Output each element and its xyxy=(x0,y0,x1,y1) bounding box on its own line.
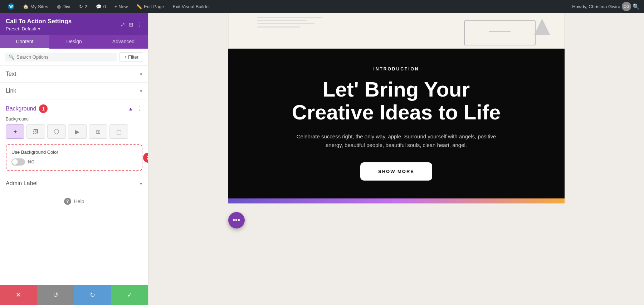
cta-show-more-button[interactable]: SHOW MORE xyxy=(360,162,432,181)
updates-count: 2 xyxy=(85,4,87,9)
admin-bar: W 🏠 My Sites ◎ Divi ↻ 2 💬 0 + New ✏️ Edi… xyxy=(0,0,644,13)
new-item[interactable]: + New xyxy=(111,0,131,13)
bg-type-gradient[interactable]: ⬡ xyxy=(47,124,66,139)
panel-header-icons: ⤢ ⊞ ⋮ xyxy=(121,21,142,28)
help-label: Help xyxy=(74,198,84,204)
panel-tabs: Content Design Advanced xyxy=(0,35,148,49)
search-icon: 🔍 xyxy=(9,54,14,60)
left-panel: Call To Action Settings Preset: Default … xyxy=(0,13,148,305)
bg-type-video[interactable]: ▶ xyxy=(68,124,87,139)
divi-icon: ◎ xyxy=(57,4,61,9)
tab-advanced[interactable]: Advanced xyxy=(99,35,148,49)
background-type-tabs: ✦ 🖼 ⬡ ▶ ⊞ ◫ xyxy=(0,124,148,143)
link-chevron-icon: ▾ xyxy=(140,88,142,94)
text-section-title: Text xyxy=(6,71,16,77)
bg-type-color[interactable]: ✦ xyxy=(6,124,24,139)
help-section[interactable]: ? Help xyxy=(0,192,148,211)
background-more-icon[interactable]: ⋮ xyxy=(137,105,142,112)
text-section-header[interactable]: Text ▾ xyxy=(0,66,148,82)
comments-icon: 💬 xyxy=(96,4,102,9)
my-sites-label: My Sites xyxy=(30,4,48,9)
link-section-header[interactable]: Link ▾ xyxy=(0,83,148,99)
undo-button[interactable]: ↺ xyxy=(37,285,74,305)
canvas-wrapper: INTRODUCTION Let' Bring Your Creative Id… xyxy=(228,13,565,228)
comments-item[interactable]: 💬 0 xyxy=(92,0,109,13)
illustration-lines xyxy=(257,17,322,28)
exit-vb-item[interactable]: Exit Visual Builder xyxy=(169,0,214,13)
admin-bar-right: Howdy, Christina Gwira CG 🔍 xyxy=(572,2,640,11)
background-right-icons: ▲ ⋮ xyxy=(128,105,142,112)
use-bg-color-wrapper: Use Background Color NO 2 xyxy=(0,144,148,171)
ill-line-2 xyxy=(257,20,307,21)
background-collapse-icon[interactable]: ▲ xyxy=(128,106,133,112)
right-canvas: INTRODUCTION Let' Bring Your Creative Id… xyxy=(148,13,644,305)
cta-subtext: Celebrate success right, the only way, a… xyxy=(293,132,500,149)
panel-title-row: Call To Action Settings xyxy=(6,18,72,25)
fab-button[interactable]: ••• xyxy=(228,212,245,228)
my-sites-item[interactable]: 🏠 My Sites xyxy=(19,0,52,13)
background-section: Background 1 ▲ ⋮ Background ✦ 🖼 xyxy=(0,99,148,175)
cta-section: INTRODUCTION Let' Bring Your Creative Id… xyxy=(228,49,565,198)
text-section: Text ▾ xyxy=(0,66,148,83)
ill-line-3 xyxy=(257,23,314,24)
comments-count: 0 xyxy=(103,4,106,9)
howdy-text: Howdy, Christina Gwira xyxy=(572,4,620,9)
updates-item[interactable]: ↻ 2 xyxy=(75,0,91,13)
use-background-color-section: Use Background Color NO xyxy=(6,144,142,171)
divi-label: Divi xyxy=(63,4,70,9)
ill-line-1 xyxy=(257,17,322,18)
gradient-bar xyxy=(228,198,565,203)
search-options-input[interactable] xyxy=(16,54,113,60)
background-label: Background xyxy=(0,117,148,122)
filter-button[interactable]: + Filter xyxy=(119,52,143,62)
tab-design[interactable]: Design xyxy=(49,35,99,49)
edit-icon: ✏️ xyxy=(136,4,142,9)
cta-intro-label: INTRODUCTION xyxy=(374,67,419,72)
use-bg-color-label: Use Background Color xyxy=(11,149,137,155)
panel-search-bar: 🔍 + Filter xyxy=(0,49,148,66)
text-chevron-icon: ▾ xyxy=(140,72,142,77)
new-label: + New xyxy=(114,4,128,9)
mask-icon: ◫ xyxy=(116,128,122,135)
search-icon[interactable]: 🔍 xyxy=(633,3,640,10)
admin-label-section-header[interactable]: Admin Label ▾ xyxy=(0,175,148,192)
panel-bottom-toolbar: ✕ ↺ ↻ ✓ xyxy=(0,285,148,305)
resize-icon[interactable]: ⤢ xyxy=(121,21,125,28)
bg-type-pattern[interactable]: ⊞ xyxy=(89,124,107,139)
top-illustration xyxy=(228,13,565,49)
updates-icon: ↻ xyxy=(79,4,83,9)
redo-button[interactable]: ↻ xyxy=(74,285,111,305)
layout-icon[interactable]: ⊞ xyxy=(129,21,133,28)
use-bg-color-toggle[interactable] xyxy=(11,158,25,166)
divi-item[interactable]: ◎ Divi xyxy=(53,0,74,13)
preset-chevron-icon: ▾ xyxy=(38,26,40,31)
gradient-icon: ⬡ xyxy=(54,128,59,136)
more-icon[interactable]: ⋮ xyxy=(137,21,142,28)
wp-logo: W xyxy=(8,3,14,10)
cta-heading: Let' Bring Your Creative Ideas to Life xyxy=(289,78,504,124)
edit-page-label: Edit Page xyxy=(144,4,164,9)
exit-vb-label: Exit Visual Builder xyxy=(173,4,210,9)
background-section-header: Background 1 ▲ ⋮ xyxy=(0,99,148,117)
image-icon: 🖼 xyxy=(33,128,39,135)
admin-bar-left: W 🏠 My Sites ◎ Divi ↻ 2 💬 0 + New ✏️ Edi… xyxy=(4,0,572,13)
toggle-row: NO xyxy=(11,158,137,166)
wp-logo-item[interactable]: W xyxy=(4,0,18,13)
user-avatar: CG xyxy=(622,2,631,11)
tab-content[interactable]: Content xyxy=(0,35,49,49)
bg-type-mask[interactable]: ◫ xyxy=(109,124,128,139)
cancel-button[interactable]: ✕ xyxy=(0,285,37,305)
illustration-line xyxy=(489,31,511,32)
admin-label-chevron-icon: ▾ xyxy=(140,181,142,186)
panel-header-content: Call To Action Settings Preset: Default … xyxy=(6,18,72,31)
pattern-icon: ⊞ xyxy=(96,128,101,135)
background-section-title[interactable]: Background xyxy=(6,105,36,112)
confirm-button[interactable]: ✓ xyxy=(111,285,148,305)
background-title-row: Background 1 xyxy=(6,104,48,113)
panel-preset[interactable]: Preset: Default ▾ xyxy=(6,26,72,31)
edit-page-item[interactable]: ✏️ Edit Page xyxy=(133,0,167,13)
fab-dots: ••• xyxy=(233,216,240,224)
admin-label-title: Admin Label xyxy=(6,180,38,187)
bg-type-image[interactable]: 🖼 xyxy=(26,124,45,139)
color-fill-icon: ✦ xyxy=(13,128,18,135)
